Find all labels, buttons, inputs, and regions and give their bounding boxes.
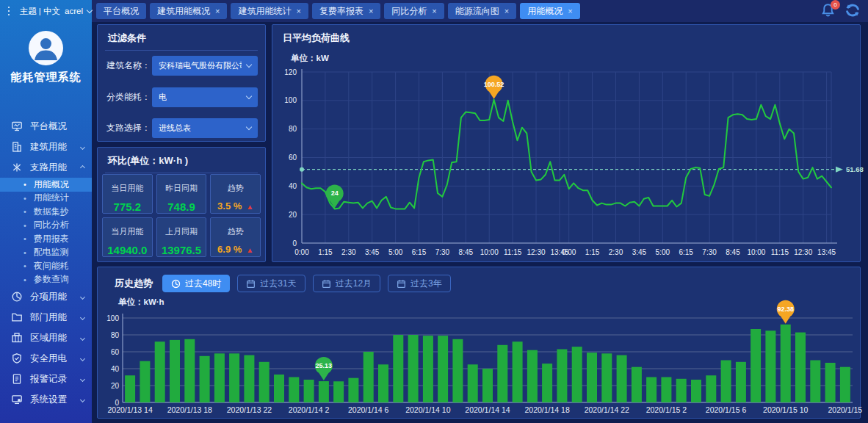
history-title: 历史趋势 [115,277,153,290]
svg-text:80: 80 [111,331,120,339]
notifications-button[interactable]: 0 [821,3,835,21]
tab-label: 建筑用能统计 [238,5,291,18]
folder-icon [11,311,23,323]
user-label: acrel [65,7,83,15]
sidebar-item-7[interactable]: 报警记录 [0,369,92,389]
tab-close-icon[interactable]: × [568,7,572,15]
svg-text:2020/1/14 6: 2020/1/14 6 [348,405,389,414]
tab-close-icon[interactable]: × [215,7,220,15]
chevron-down-icon [80,355,85,361]
bar-35 [646,377,657,403]
sidebar-subitem-2-6[interactable]: •夜间能耗 [0,259,92,273]
svg-text:5:00: 5:00 [656,248,670,256]
bar-45 [795,333,806,402]
tab-close-icon[interactable]: × [369,7,373,15]
refresh-button[interactable] [845,2,861,21]
theme-user-menu[interactable]: 主题 | 中文 acrel [20,6,92,17]
sidebar-item-label: 安全用电 [30,352,67,365]
svg-text:2:30: 2:30 [341,248,356,256]
bar-21 [438,336,448,402]
sidebar-subitem-2-0[interactable]: •用能概况 [0,178,92,192]
bar-11 [289,377,299,403]
svg-text:20: 20 [111,382,120,390]
filter-panel: 过滤条件 建筑名称： 安科瑞电气股份有限公司A楼 分类能耗： 电 支路选择： [97,24,266,142]
sidebar-item-2[interactable]: 支路用能 [0,157,92,178]
tab-close-icon[interactable]: × [296,7,300,15]
bar-12 [304,380,314,402]
bar-3 [170,340,180,402]
bullet-icon: • [23,207,26,216]
refresh-icon [845,2,861,18]
bar-42 [751,329,761,402]
ratio-panel-title: 环比(单位：kW·h ) [98,148,265,173]
sidebar-subitem-2-5[interactable]: •配电监测 [0,246,92,260]
bar-27 [527,350,538,402]
bar-39 [706,375,716,402]
tab-close-icon[interactable]: × [432,7,436,15]
range-button-31d[interactable]: 过去31天 [237,275,305,292]
line-chart-title: 日平均负荷曲线 [272,25,860,50]
sidebar-subitem-2-2[interactable]: •数据集抄 [0,205,92,219]
bar-7 [229,353,239,402]
sidebar-subitem-2-1[interactable]: •用能统计 [0,192,92,206]
svg-text:2020/1/13 18: 2020/1/13 18 [167,405,212,414]
bar-17 [378,364,388,402]
calendar-icon [397,279,406,289]
sidebar-item-1[interactable]: 建筑用能 [0,137,92,157]
bar-22 [452,339,463,402]
sidebar-menu: 平台概况建筑用能支路用能•用能概况•用能统计•数据集抄•同比分析•费用报表•配电… [0,116,92,410]
sidebar-subitem-2-7[interactable]: •参数查询 [0,273,92,287]
tab-2[interactable]: 建筑用能统计× [231,3,308,19]
theme-label: 主题 | 中文 [20,6,60,17]
chevron-down-icon [80,144,85,149]
energy-type-select[interactable]: 电 [152,87,258,107]
bar-38 [691,380,701,402]
sidebar-item-0[interactable]: 平台概况 [0,116,92,137]
chevron-down-icon [246,62,252,68]
range-button-48h[interactable]: 过去48时 [162,275,230,292]
svg-text:40: 40 [111,365,120,373]
range-button-3y[interactable]: 过去3年 [388,275,451,292]
svg-text:10:00: 10:00 [480,248,499,256]
svg-text:7:30: 7:30 [702,248,717,256]
chevron-up-icon [80,164,85,170]
bar-24 [482,369,493,402]
bullet-icon: • [23,248,26,257]
svg-text:6:15: 6:15 [412,248,427,256]
tab-3[interactable]: 复费率报表× [312,3,380,19]
bar-4 [184,339,195,402]
bullet-icon: • [23,261,26,270]
tab-label: 能源流向图 [455,5,499,18]
sidebar-subitem-label: 同比分析 [34,219,69,231]
stat-value: 6.9 %▲ [211,244,260,255]
sidebar-subitem-2-4[interactable]: •费用报表 [0,232,92,246]
user-avatar-icon [29,31,63,65]
sidebar-item-5[interactable]: 区域用能 [0,328,92,348]
pie-icon [11,291,23,303]
sidebar-item-8[interactable]: 系统设置 [0,389,92,410]
sidebar-item-6[interactable]: 安全用电 [0,348,92,369]
bar-46 [810,361,820,403]
sidebar-subitem-2-3[interactable]: •同比分析 [0,219,92,233]
building-name-select[interactable]: 安科瑞电气股份有限公司A楼 [152,56,258,76]
tab-4[interactable]: 同比分析× [384,3,444,19]
tab-0[interactable]: 平台概况 [96,3,146,19]
tab-label: 用能概况 [527,5,563,18]
chevron-down-icon [80,335,85,340]
branch-select[interactable]: 进线总表 [152,118,258,138]
energy-type-label: 分类能耗： [106,91,152,104]
range-button-12m[interactable]: 过去12月 [313,275,380,292]
sidebar-item-3[interactable]: 分项用能 [0,286,92,307]
stat-cell-today: 当日用能 775.2 [102,174,153,214]
hamburger-menu-icon[interactable] [8,4,10,18]
sidebar-item-4[interactable]: 部门用能 [0,307,92,328]
tab-1[interactable]: 建筑用能概况× [150,3,227,19]
tab-label: 平台概况 [104,5,139,18]
tab-close-icon[interactable]: × [504,7,509,15]
tab-6[interactable]: 用能概况× [520,3,579,19]
sidebar-item-label: 建筑用能 [30,141,67,153]
tab-5[interactable]: 能源流向图× [448,3,516,19]
svg-text:2:30: 2:30 [609,248,623,256]
bar-34 [632,367,642,402]
svg-text:8:45: 8:45 [459,248,474,256]
